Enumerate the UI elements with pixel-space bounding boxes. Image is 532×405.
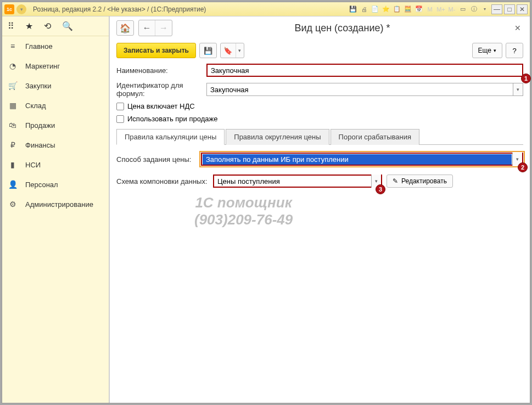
window-title: Розница, редакция 2.2 / <Не указан> / (1…	[33, 5, 206, 13]
name-input[interactable]	[206, 64, 523, 77]
info-drop-icon[interactable]: ▾	[480, 5, 490, 14]
price-includes-vat-checkbox[interactable]	[116, 103, 124, 110]
dropdown-arrow-icon[interactable]: ▾	[16, 4, 26, 14]
sidebar-item-label: Администрирование	[25, 200, 93, 209]
sidebar: ⠿ ★ ⟲ 🔍 ≡Главное ◔Маркетинг 🛒Закупки ▦Ск…	[2, 16, 109, 403]
m-icon[interactable]: M	[425, 5, 435, 14]
tab-rounding-rules[interactable]: Правила округления цены	[226, 129, 329, 145]
sidebar-item-label: НСИ	[25, 161, 41, 169]
price-includes-vat-label: Цена включает НДС	[127, 102, 195, 110]
calendar-icon[interactable]: 📅	[414, 5, 424, 14]
info-icon[interactable]: ⓘ	[469, 5, 479, 14]
tab-calculation-rules[interactable]: Правила калькуляции цены	[116, 129, 225, 145]
id-input[interactable]	[206, 83, 513, 96]
pie-icon: ◔	[8, 61, 18, 70]
search-icon[interactable]: 🔍	[62, 21, 73, 31]
use-on-sale-label: Использовать при продаже	[127, 115, 217, 123]
toolbar-save-icon[interactable]: 💾	[348, 5, 358, 14]
sidebar-item-marketing[interactable]: ◔Маркетинг	[2, 56, 109, 76]
main-content: 🏠 ← → Вид цен (создание) * ✕ Записать и …	[109, 16, 530, 403]
person-icon: 👤	[8, 180, 18, 189]
schema-label: Схема компоновки данных:	[116, 177, 213, 185]
watermark: 1С помощник (903)209-76-49	[194, 194, 293, 228]
maximize-button[interactable]: □	[504, 4, 515, 14]
annotation-badge-2: 2	[518, 162, 528, 172]
nav-back-button[interactable]: ←	[139, 20, 155, 36]
sidebar-item-personnel[interactable]: 👤Персонал	[2, 175, 109, 194]
favorite-icon[interactable]: ⭐	[381, 5, 391, 14]
id-dropdown-button[interactable]: ▾	[513, 83, 523, 96]
save-button[interactable]: 💾	[199, 43, 217, 58]
edit-button[interactable]: ✎Редактировать	[387, 175, 453, 188]
schema-select[interactable]: Цены поступления ▾	[213, 175, 382, 188]
sidebar-item-label: Финансы	[25, 141, 55, 149]
tab-thresholds[interactable]: Пороги срабатывания	[331, 129, 419, 145]
tag-icon: 🔖	[221, 43, 236, 58]
edit-icon: ✎	[393, 177, 398, 185]
chevron-down-icon: ▾	[494, 48, 496, 53]
sidebar-item-label: Маркетинг	[25, 62, 60, 70]
name-label: Наименование:	[116, 66, 206, 75]
app-icon: 1c	[4, 4, 14, 14]
m-plus-icon[interactable]: M+	[436, 5, 446, 14]
id-label: Идентификатор для формул:	[116, 81, 206, 98]
gear-icon: ⚙	[8, 200, 18, 209]
grid-icon: ▦	[8, 101, 18, 110]
schema-value: Цены поступления	[214, 177, 371, 185]
calculator-icon[interactable]: 🧮	[403, 5, 413, 14]
toolbar-list-icon[interactable]: 📋	[392, 5, 402, 14]
close-page-button[interactable]: ✕	[512, 22, 523, 33]
home-button[interactable]: 🏠	[116, 20, 134, 36]
bag-icon: 🛍	[8, 121, 18, 130]
minimize-button[interactable]: —	[491, 4, 502, 14]
windows-icon[interactable]: ▭	[458, 5, 468, 14]
sidebar-item-label: Главное	[25, 42, 53, 50]
sidebar-item-main[interactable]: ≡Главное	[2, 36, 109, 56]
sidebar-item-finance[interactable]: ₽Финансы	[2, 135, 109, 155]
nav-forward-button[interactable]: →	[155, 20, 172, 36]
menu-icon: ≡	[8, 42, 18, 50]
tabs: Правила калькуляции цены Правила округле…	[116, 128, 523, 145]
toolbar-doc-icon[interactable]: 📄	[370, 5, 380, 14]
annotation-badge-3: 3	[376, 184, 385, 194]
sidebar-item-sales[interactable]: 🛍Продажи	[2, 115, 109, 135]
sidebar-item-label: Персонал	[25, 181, 58, 189]
nav-group: ← →	[138, 20, 172, 36]
sidebar-item-warehouse[interactable]: ▦Склад	[2, 95, 109, 115]
toolbar-print-icon[interactable]: 🖨	[359, 5, 369, 14]
sections-icon[interactable]: ⠿	[8, 21, 14, 31]
ruble-icon: ₽	[8, 140, 18, 149]
m-minus-icon[interactable]: M-	[447, 5, 457, 14]
tag-button[interactable]: 🔖▾	[220, 43, 244, 58]
cart-icon: 🛒	[8, 81, 18, 90]
sidebar-item-nsi[interactable]: ▮НСИ	[2, 155, 109, 175]
help-button[interactable]: ?	[506, 43, 523, 58]
chevron-down-icon: ▾	[236, 43, 244, 58]
titlebar: 1c ▾ Розница, редакция 2.2 / <Не указан>…	[2, 2, 530, 16]
method-label: Способ задания цены:	[116, 155, 201, 164]
sidebar-item-admin[interactable]: ⚙Администрирование	[2, 194, 109, 214]
save-close-button[interactable]: Записать и закрыть	[116, 43, 196, 58]
page-title: Вид цен (создание) *	[177, 22, 508, 34]
method-select[interactable]: Заполнять по данным ИБ при поступлении ▾	[201, 153, 523, 166]
sidebar-item-label: Закупки	[25, 82, 51, 90]
sidebar-item-purchases[interactable]: 🛒Закупки	[2, 76, 109, 95]
books-icon: ▮	[8, 160, 18, 169]
method-value: Заполнять по данным ИБ при поступлении	[203, 154, 512, 165]
more-button[interactable]: Еще▾	[472, 43, 502, 58]
close-button[interactable]: ✕	[517, 4, 528, 14]
sidebar-item-label: Склад	[25, 102, 46, 110]
favorites-icon[interactable]: ★	[25, 21, 33, 31]
history-icon[interactable]: ⟲	[44, 21, 51, 31]
use-on-sale-checkbox[interactable]	[116, 115, 124, 123]
sidebar-item-label: Продажи	[25, 121, 55, 130]
